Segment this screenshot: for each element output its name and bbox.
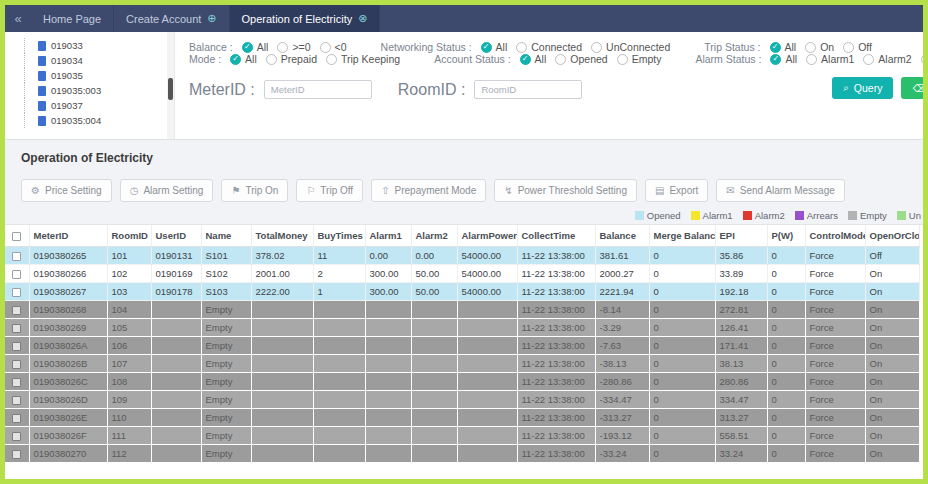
device-tree-panel: 019033019034019035019035:003019037019035… xyxy=(5,32,175,139)
tab-close-icon[interactable]: ⊗ xyxy=(358,12,367,25)
table-row[interactable]: 0190380268104Empty11-22 13:38:00-8.14027… xyxy=(5,301,919,319)
row-checkbox[interactable] xyxy=(12,360,21,369)
radio-icon[interactable] xyxy=(805,42,816,53)
row-checkbox[interactable] xyxy=(12,342,21,351)
radio-icon[interactable] xyxy=(555,54,566,65)
radio-checked-icon[interactable]: ✓ xyxy=(520,54,531,65)
row-checkbox[interactable] xyxy=(12,324,21,333)
row-checkbox[interactable] xyxy=(12,288,21,297)
meterid-input[interactable] xyxy=(264,80,372,99)
tab-operation-of-electricity[interactable]: Operation of Electricity⊗ xyxy=(230,5,381,32)
row-checkbox[interactable] xyxy=(12,396,21,405)
tree-scrollbar-thumb[interactable] xyxy=(168,78,173,100)
cell: 0190131 xyxy=(151,247,201,265)
radio-option-all[interactable]: ✓All xyxy=(230,53,257,65)
table-row[interactable]: 019038026D109Empty11-22 13:38:00-334.470… xyxy=(5,391,919,409)
send-alarm-message-button[interactable]: ✉Send Alarm Message xyxy=(716,179,844,202)
query-button[interactable]: ⌕Query xyxy=(832,77,893,99)
row-checkbox[interactable] xyxy=(12,306,21,315)
table-row[interactable]: 019038026C108Empty11-22 13:38:00-280.860… xyxy=(5,373,919,391)
cell xyxy=(151,373,201,391)
radio-option-all[interactable]: ✓All xyxy=(481,41,508,53)
tree-item[interactable]: 019035:004 xyxy=(24,113,174,128)
radio-option-connected[interactable]: Connected xyxy=(516,41,582,53)
tab-home-page[interactable]: Home Page xyxy=(31,5,114,32)
row-checkbox[interactable] xyxy=(12,270,21,279)
radio-option-all[interactable]: ✓All xyxy=(242,41,269,53)
radio-option-0[interactable]: >=0 xyxy=(277,41,310,53)
prepayment-mode-button[interactable]: ⇧Prepayment Mode xyxy=(371,179,486,202)
radio-option-all[interactable]: ✓All xyxy=(770,53,797,65)
roomid-input[interactable] xyxy=(474,80,582,99)
radio-icon[interactable] xyxy=(266,54,277,65)
column-header-buytimes: BuyTimes xyxy=(313,225,365,247)
radio-checked-icon[interactable]: ✓ xyxy=(770,54,781,65)
radio-option-prepaid[interactable]: Prepaid xyxy=(266,53,317,65)
row-checkbox[interactable] xyxy=(12,450,21,459)
row-checkbox[interactable] xyxy=(12,252,21,261)
table-row[interactable]: 01903802671030190178S1032222.001300.0050… xyxy=(5,283,919,301)
cell xyxy=(313,319,365,337)
filter-row: Balance :✓All>=0<0Networking Status :✓Al… xyxy=(189,41,928,53)
radio-option-all[interactable]: ✓All xyxy=(770,41,797,53)
radio-option-opened[interactable]: Opened xyxy=(555,53,607,65)
radio-option-unconnected[interactable]: UnConnected xyxy=(591,41,670,53)
cell: 54000.00 xyxy=(457,247,517,265)
tree-item[interactable]: 019037 xyxy=(24,98,174,113)
tree-item[interactable]: 019035 xyxy=(24,68,174,83)
table-row[interactable]: 019038026F111Empty11-22 13:38:00-193.120… xyxy=(5,427,919,445)
radio-checked-icon[interactable]: ✓ xyxy=(242,42,253,53)
row-checkbox[interactable] xyxy=(12,414,21,423)
trip-on-button[interactable]: ⚑Trip On xyxy=(221,179,288,202)
radio-option-off[interactable]: Off xyxy=(843,41,872,53)
radio-checked-icon[interactable]: ✓ xyxy=(770,42,781,53)
radio-icon[interactable] xyxy=(806,54,817,65)
tab-create-account[interactable]: Create Account⊕ xyxy=(114,5,229,32)
collapse-tabs-icon[interactable]: « xyxy=(5,5,31,32)
alarm-setting-button[interactable]: ◷Alarm Setting xyxy=(120,179,214,202)
radio-icon[interactable] xyxy=(617,54,628,65)
tree-item[interactable]: 019033 xyxy=(24,38,174,53)
checkbox-cell xyxy=(5,373,29,391)
trip-off-button[interactable]: ⚐Trip Off xyxy=(296,179,363,202)
radio-option-on[interactable]: On xyxy=(805,41,834,53)
tree-scrollbar[interactable] xyxy=(167,32,174,139)
radio-icon[interactable] xyxy=(591,42,602,53)
radio-icon[interactable] xyxy=(863,54,874,65)
radio-option-empty[interactable]: Empty xyxy=(617,53,662,65)
radio-icon[interactable] xyxy=(843,42,854,53)
legend-item-empty: Empty xyxy=(848,210,887,221)
table-row[interactable]: 019038026B107Empty11-22 13:38:00-38.1303… xyxy=(5,355,919,373)
table-row[interactable]: 0190380269105Empty11-22 13:38:00-3.29012… xyxy=(5,319,919,337)
price-setting-button[interactable]: ⚙Price Setting xyxy=(21,179,112,202)
radio-icon[interactable] xyxy=(326,54,337,65)
radio-option-arrears[interactable]: Arrears xyxy=(921,53,928,65)
radio-checked-icon[interactable]: ✓ xyxy=(230,54,241,65)
export-button[interactable]: ▤Export xyxy=(645,179,708,202)
radio-option-alarm2[interactable]: Alarm2 xyxy=(863,53,911,65)
table-row[interactable]: 01903802661020190169S1022001.002300.0050… xyxy=(5,265,919,283)
radio-option-all[interactable]: ✓All xyxy=(520,53,547,65)
filter-label: Account Status : xyxy=(434,53,510,65)
row-checkbox[interactable] xyxy=(12,432,21,441)
radio-option-0[interactable]: <0 xyxy=(320,41,347,53)
table-row[interactable]: 01903802651010190131S101378.02110.000.00… xyxy=(5,247,919,265)
radio-icon[interactable] xyxy=(320,42,331,53)
table-row[interactable]: 0190380270112Empty11-22 13:38:00-33.2403… xyxy=(5,445,919,463)
tab-add-icon[interactable]: ⊕ xyxy=(207,12,216,25)
select-all-checkbox[interactable] xyxy=(12,232,21,241)
radio-option-trip-keeping[interactable]: Trip Keeping xyxy=(326,53,400,65)
radio-checked-icon[interactable]: ✓ xyxy=(481,42,492,53)
radio-icon[interactable] xyxy=(516,42,527,53)
radio-icon[interactable] xyxy=(277,42,288,53)
table-row[interactable]: 019038026E110Empty11-22 13:38:00-313.270… xyxy=(5,409,919,427)
radio-option-alarm1[interactable]: Alarm1 xyxy=(806,53,854,65)
cell xyxy=(313,391,365,409)
radio-icon[interactable] xyxy=(921,54,928,65)
row-checkbox[interactable] xyxy=(12,378,21,387)
tree-item[interactable]: 019035:003 xyxy=(24,83,174,98)
clean-button[interactable]: ⌫Clean xyxy=(901,77,928,99)
tree-item[interactable]: 019034 xyxy=(24,53,174,68)
power-threshold-setting-button[interactable]: ↯Power Threshold Setting xyxy=(494,179,637,202)
table-row[interactable]: 019038026A106Empty11-22 13:38:00-7.63017… xyxy=(5,337,919,355)
